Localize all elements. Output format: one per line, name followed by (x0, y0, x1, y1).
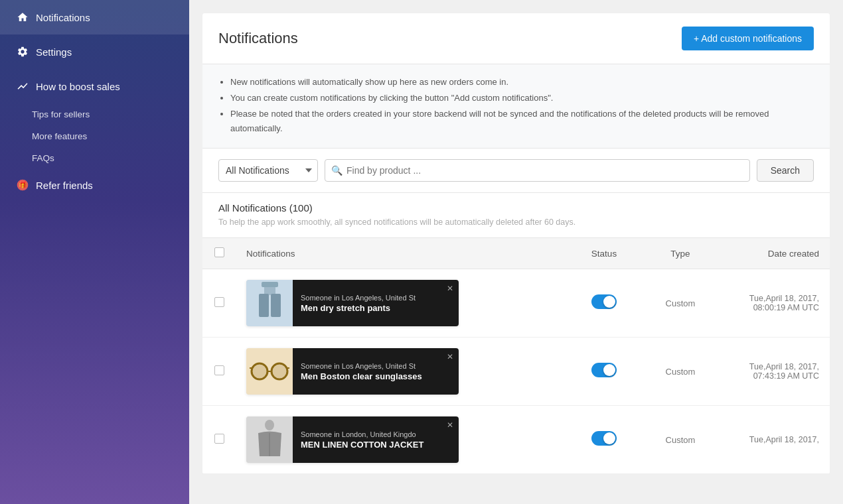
notification-preview-1: ✕ Someone in Los Angeles, United St Men … (246, 280, 459, 326)
row-type-1: Custom (647, 269, 714, 338)
status-toggle-3[interactable] (591, 431, 617, 446)
status-toggle-2[interactable] (591, 363, 617, 377)
info-item-1: New notifications will automatically sho… (230, 75, 814, 90)
svg-point-7 (271, 363, 287, 379)
row-checkbox-1-input[interactable] (214, 297, 224, 307)
count-section: All Notifications (100) To help the app … (202, 193, 830, 237)
toggle-knob-1 (603, 296, 615, 308)
row-checkbox-2-input[interactable] (214, 365, 224, 375)
notification-image-1 (246, 280, 293, 326)
count-title: All Notifications (100) (218, 202, 814, 214)
notification-textbox-2: ✕ Someone in Los Angeles, United St Men … (293, 348, 459, 395)
chart-icon (16, 80, 29, 93)
row-status-3 (561, 406, 647, 474)
main-content: Notifications + Add custom notifications… (189, 0, 843, 504)
filter-bar: All Notifications Active Inactive Custom… (202, 149, 830, 193)
notification-location-3: Someone in London, United Kingdo (301, 430, 443, 438)
notification-product-2: Men Boston clear sunglasses (301, 371, 443, 381)
row-status-1 (561, 269, 647, 338)
page-title: Notifications (218, 30, 298, 47)
row-checkbox-3 (202, 406, 236, 474)
row-type-3: Custom (647, 406, 714, 474)
svg-point-6 (252, 363, 268, 379)
row-date-3: Tue,April 18, 2017, (714, 406, 830, 474)
th-notifications: Notifications (236, 238, 561, 269)
search-input[interactable] (325, 159, 750, 182)
notification-close-2[interactable]: ✕ (447, 352, 453, 361)
search-button[interactable]: Search (757, 159, 814, 182)
sidebar-sub-more[interactable]: More features (0, 125, 189, 147)
row-checkbox-2 (202, 338, 236, 406)
info-item-2: You can create custom notifications by c… (230, 91, 814, 105)
notification-textbox-1: ✕ Someone in Los Angeles, United St Men … (293, 280, 459, 326)
info-item-3: Please be noted that the orders created … (230, 107, 814, 136)
row-date-1: Tue,April 18, 2017,08:00:19 AM UTC (714, 269, 830, 338)
sidebar-sub-faqs[interactable]: FAQs (0, 147, 189, 169)
table-body: ✕ Someone in Los Angeles, United St Men … (202, 269, 830, 474)
sidebar-boost-label: How to boost sales (36, 81, 120, 92)
notification-location-1: Someone in Los Angeles, United St (301, 294, 443, 302)
svg-text:🎁: 🎁 (19, 180, 27, 189)
notification-textbox-3: ✕ Someone in London, United Kingdo MEN L… (293, 416, 459, 463)
sidebar-item-notifications[interactable]: Notifications (0, 0, 189, 34)
table-row: ✕ Someone in Los Angeles, United St Men … (202, 338, 830, 406)
th-status: Status (561, 238, 647, 269)
notification-preview-2: ✕ Someone in Los Angeles, United St Men … (246, 348, 459, 395)
table-row: ✕ Someone in Los Angeles, United St Men … (202, 269, 830, 338)
table-row: ✕ Someone in London, United Kingdo MEN L… (202, 406, 830, 474)
info-list: New notifications will automatically sho… (218, 75, 814, 136)
toggle-knob-2 (603, 364, 615, 376)
notification-close-1[interactable]: ✕ (447, 284, 453, 293)
gear-icon (16, 45, 29, 58)
notifications-card: Notifications + Add custom notifications… (202, 13, 830, 474)
notification-close-3[interactable]: ✕ (447, 420, 453, 430)
search-wrap: 🔍 (325, 159, 750, 182)
row-type-2: Custom (647, 338, 714, 406)
sidebar-item-boost[interactable]: How to boost sales (0, 69, 189, 103)
svg-rect-5 (262, 282, 278, 287)
notification-product-1: Men dry stretch pants (301, 303, 443, 313)
svg-rect-3 (259, 294, 269, 317)
row-checkbox-3-input[interactable] (214, 434, 224, 444)
info-box: New notifications will automatically sho… (202, 64, 830, 149)
sidebar-sub-tips[interactable]: Tips for sellers (0, 103, 189, 125)
row-date-2: Tue,April 18, 2017,07:43:19 AM UTC (714, 338, 830, 406)
notification-location-2: Someone in Los Angeles, United St (301, 362, 443, 370)
row-notification-1: ✕ Someone in Los Angeles, United St Men … (236, 269, 561, 338)
status-toggle-1[interactable] (591, 294, 617, 309)
row-checkbox-1 (202, 269, 236, 338)
search-icon: 🔍 (331, 165, 343, 176)
sidebar-notifications-label: Notifications (36, 12, 90, 23)
notification-preview-3: ✕ Someone in London, United Kingdo MEN L… (246, 416, 459, 463)
add-custom-notifications-button[interactable]: + Add custom notifications (682, 27, 814, 50)
svg-point-11 (265, 420, 274, 430)
notification-image-3 (246, 416, 293, 463)
sync-note: To help the app work smoothly, all synce… (218, 218, 814, 227)
notification-image-2 (246, 348, 293, 395)
sidebar-settings-label: Settings (36, 46, 72, 58)
svg-rect-4 (271, 294, 281, 317)
row-notification-2: ✕ Someone in Los Angeles, United St Men … (236, 338, 561, 406)
gift-icon: 🎁 (16, 178, 29, 192)
notification-product-3: MEN LINEN COTTON JACKET (301, 440, 443, 450)
table-header: Notifications Status Type Date created (202, 238, 830, 269)
select-all-checkbox[interactable] (214, 247, 224, 257)
notifications-table: Notifications Status Type Date created (202, 237, 830, 474)
home-icon (16, 11, 29, 24)
sidebar-item-settings[interactable]: Settings (0, 34, 189, 69)
th-date-created: Date created (714, 238, 830, 269)
sidebar-refer-friends[interactable]: 🎁 Refer friends (0, 169, 189, 201)
th-checkbox (202, 238, 236, 269)
toggle-knob-3 (603, 432, 615, 444)
notification-type-dropdown[interactable]: All Notifications Active Inactive Custom (218, 159, 318, 182)
page-header: Notifications + Add custom notifications (202, 13, 830, 64)
row-notification-3: ✕ Someone in London, United Kingdo MEN L… (236, 406, 561, 474)
row-status-2 (561, 338, 647, 406)
refer-label: Refer friends (36, 180, 93, 191)
sidebar: Notifications Settings How to boost sale… (0, 0, 189, 504)
th-type: Type (647, 238, 714, 269)
